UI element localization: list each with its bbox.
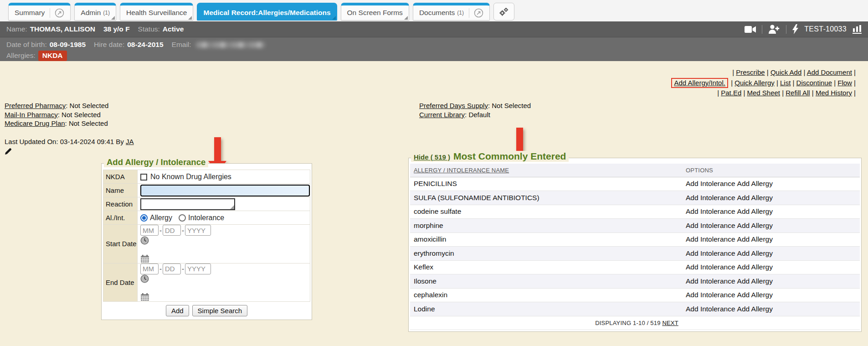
end-day-input[interactable] — [163, 263, 181, 274]
end-month-input[interactable] — [140, 263, 159, 274]
medicare-drug-plan-link[interactable]: Medicare Drug Plan — [5, 119, 65, 127]
add-button[interactable]: Add — [166, 305, 189, 316]
add-allergy-link[interactable]: Add Allergy — [737, 207, 773, 215]
allergy-name-column-header[interactable]: ALLERGY / INTOLERANCE NAME — [414, 167, 509, 174]
lightning-bolt-icon[interactable] — [792, 24, 798, 34]
panel-title: Hide ( 519 )Most Commonly Entered — [411, 151, 569, 162]
tab-summary[interactable]: Summary — [8, 3, 71, 21]
settings-button[interactable] — [493, 3, 514, 21]
popout-icon[interactable] — [50, 8, 64, 18]
add-intolerance-link[interactable]: Add Intolerance — [686, 180, 735, 187]
tab-medical-record[interactable]: Medical Record:Allergies/Medications — [197, 3, 337, 21]
prescribe-link[interactable]: Prescribe — [736, 68, 765, 76]
separator: | — [717, 89, 719, 97]
quick-allergy-link[interactable]: Quick Allergy — [734, 79, 775, 87]
table-row: SULFA (SULFONAMIDE ANTIBIOTICS) Add Into… — [410, 191, 860, 205]
tab-on-screen-forms[interactable]: On Screen Forms — [341, 3, 409, 21]
app-root: Summary Admin (1) Health Surveillance Me… — [0, 0, 868, 346]
add-allergy-intol-link[interactable]: Add Allergy/Intol. — [674, 79, 725, 87]
add-allergy-link[interactable]: Add Allergy — [737, 249, 773, 257]
form-title: Add Allergy / Intolerance — [104, 157, 208, 167]
add-intolerance-link[interactable]: Add Intolerance — [686, 305, 735, 313]
al-int-row: Al./Int. Allergy Intolerance — [103, 211, 310, 225]
last-updated-user-link[interactable]: JA — [126, 138, 134, 145]
add-intolerance-link[interactable]: Add Intolerance — [686, 249, 735, 257]
header-actions: TEST-10033 — [745, 24, 862, 34]
add-allergy-link[interactable]: Add Allergy — [737, 263, 773, 271]
colon: : — [465, 111, 467, 119]
flow-link[interactable]: Flow — [837, 79, 852, 87]
email-label: Email: — [172, 41, 191, 49]
end-year-input[interactable] — [185, 263, 211, 274]
hire-date-label: Hire date: — [94, 41, 124, 49]
end-date-label: End Date — [103, 263, 138, 302]
tab-health-surveillance[interactable]: Health Surveillance — [120, 3, 194, 21]
add-allergy-link[interactable]: Add Allergy — [737, 180, 773, 187]
add-intolerance-link[interactable]: Add Intolerance — [686, 222, 735, 229]
add-allergy-intol-highlight-box: Add Allergy/Intol. — [671, 78, 728, 88]
nkda-checkbox[interactable] — [140, 174, 147, 181]
colon: : — [66, 102, 67, 109]
clock-icon[interactable] — [140, 236, 310, 245]
video-camera-icon[interactable] — [745, 26, 756, 33]
table-row: codeine sulfate Add IntoleranceAdd Aller… — [410, 205, 860, 219]
table-row: PENICILLINS Add IntoleranceAdd Allergy — [410, 177, 860, 191]
add-intolerance-link[interactable]: Add Intolerance — [686, 263, 735, 271]
add-allergy-link[interactable]: Add Allergy — [737, 305, 773, 313]
preferred-pharmacy-link[interactable]: Preferred Pharmacy — [5, 102, 66, 109]
med-history-link[interactable]: Med History — [816, 89, 852, 97]
name-label: Name: — [6, 25, 27, 33]
mail-in-pharmacy-link[interactable]: Mail-In Pharmacy — [5, 111, 58, 119]
preferred-pharmacy-value: Not Selected — [70, 102, 109, 109]
refill-all-link[interactable]: Refill All — [786, 89, 810, 97]
add-allergy-link[interactable]: Add Allergy — [737, 277, 773, 285]
tab-admin[interactable]: Admin (1) — [74, 3, 116, 21]
add-intolerance-link[interactable]: Add Intolerance — [686, 194, 735, 201]
person-add-icon[interactable] — [768, 25, 780, 34]
add-allergy-link[interactable]: Add Allergy — [737, 291, 773, 299]
quick-add-link[interactable]: Quick Add — [770, 68, 801, 76]
calendar-icon[interactable] — [140, 293, 310, 301]
simple-search-button[interactable]: Simple Search — [192, 305, 248, 316]
separator: | — [834, 79, 836, 87]
allergy-radio[interactable] — [140, 214, 148, 222]
add-allergy-link[interactable]: Add Allergy — [737, 222, 773, 229]
start-year-input[interactable] — [185, 225, 211, 236]
intolerance-radio[interactable] — [179, 214, 186, 222]
pencil-icon[interactable] — [5, 148, 12, 155]
start-day-input[interactable] — [163, 225, 181, 236]
allergy-name-cell: morphine — [410, 219, 682, 233]
add-allergy-link[interactable]: Add Allergy — [737, 235, 773, 243]
bar-chart-icon[interactable] — [853, 25, 862, 34]
reaction-input[interactable] — [140, 198, 235, 210]
pat-ed-link[interactable]: Pat.Ed — [721, 89, 741, 97]
allergy-radio-label: Allergy — [150, 214, 172, 222]
clock-icon[interactable] — [140, 274, 310, 283]
med-sheet-link[interactable]: Med Sheet — [747, 89, 780, 97]
allergy-name-input[interactable] — [140, 185, 310, 196]
form-buttons: Add Simple Search — [103, 305, 310, 316]
reaction-row-label: Reaction — [103, 197, 138, 211]
separator: | — [854, 68, 856, 76]
add-intolerance-link[interactable]: Add Intolerance — [686, 207, 735, 215]
start-month-input[interactable] — [140, 225, 159, 236]
tab-badge: (1) — [457, 10, 464, 16]
calendar-icon[interactable] — [140, 254, 310, 263]
nkda-badge[interactable]: NKDA — [38, 51, 67, 61]
separator: | — [732, 68, 734, 76]
add-intolerance-link[interactable]: Add Intolerance — [686, 235, 735, 243]
tab-documents[interactable]: Documents (1) — [413, 3, 490, 21]
popout-icon[interactable] — [469, 8, 483, 18]
add-intolerance-link[interactable]: Add Intolerance — [686, 277, 735, 285]
add-document-link[interactable]: Add Document — [807, 68, 852, 76]
preferred-days-supply-link[interactable]: Preferred Days Supply — [419, 102, 488, 109]
list-link[interactable]: List — [780, 79, 791, 87]
next-page-link[interactable]: NEXT — [662, 320, 678, 326]
current-library-link[interactable]: Current Library — [419, 111, 465, 119]
add-allergy-link[interactable]: Add Allergy — [737, 194, 773, 201]
end-date-row: End Date -- — [103, 263, 310, 302]
hide-link[interactable]: Hide ( 519 ) — [414, 153, 450, 161]
add-intolerance-link[interactable]: Add Intolerance — [686, 291, 735, 299]
dash: - — [182, 265, 184, 273]
discontinue-link[interactable]: Discontinue — [796, 79, 832, 87]
